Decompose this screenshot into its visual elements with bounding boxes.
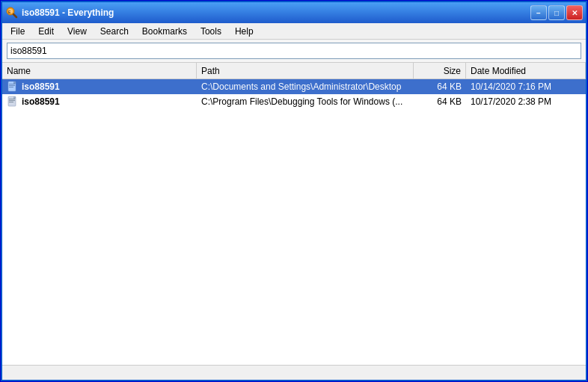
svg-rect-10 <box>9 99 15 99</box>
svg-rect-13 <box>13 96 16 99</box>
app-icon: E <box>5 6 19 19</box>
status-bar <box>2 365 586 380</box>
column-headers: Name Path Size Date Modified <box>2 63 586 79</box>
search-input[interactable] <box>7 43 581 59</box>
menu-edit[interactable]: Edit <box>31 24 61 39</box>
search-bar <box>2 40 586 63</box>
menu-tools[interactable]: Tools <box>194 24 228 39</box>
menu-bar: File Edit View Search Bookmarks Tools He… <box>2 23 586 40</box>
col-header-size[interactable]: Size <box>414 63 466 78</box>
svg-rect-8 <box>13 81 16 84</box>
table-row[interactable]: iso88591C:\Documents and Settings\Admini… <box>2 79 586 94</box>
file-size: 64 KB <box>414 96 466 107</box>
file-name: iso88591 <box>22 96 60 107</box>
results-area: Name Path Size Date Modified iso88591C:\… <box>2 63 586 365</box>
file-date: 10/17/2020 2:38 PM <box>466 96 586 107</box>
file-size: 64 KB <box>414 81 466 92</box>
svg-rect-12 <box>9 102 13 102</box>
file-path: C:\Program Files\Debugging Tools for Win… <box>197 96 414 107</box>
maximize-button[interactable]: □ <box>548 5 565 20</box>
svg-line-2 <box>13 14 16 17</box>
close-button[interactable]: ✕ <box>566 5 583 20</box>
file-list: iso88591C:\Documents and Settings\Admini… <box>2 79 586 365</box>
col-header-path[interactable]: Path <box>197 63 414 78</box>
menu-file[interactable]: File <box>4 24 31 39</box>
menu-bookmarks[interactable]: Bookmarks <box>135 24 194 39</box>
title-bar: E iso88591 - Everything − □ ✕ <box>2 2 586 23</box>
file-icon <box>7 96 19 108</box>
window-title: iso88591 - Everything <box>22 7 530 18</box>
file-path: C:\Documents and Settings\Administrator\… <box>197 81 414 92</box>
menu-help[interactable]: Help <box>228 24 260 39</box>
svg-rect-11 <box>9 100 15 101</box>
svg-rect-6 <box>9 85 15 86</box>
file-date: 10/14/2020 7:16 PM <box>466 81 586 92</box>
col-header-date[interactable]: Date Modified <box>466 63 586 78</box>
svg-rect-5 <box>9 84 15 84</box>
menu-search[interactable]: Search <box>94 24 135 39</box>
minimize-button[interactable]: − <box>530 5 547 20</box>
main-window: E iso88591 - Everything − □ ✕ File Edit … <box>1 1 587 381</box>
file-name: iso88591 <box>22 81 60 92</box>
svg-rect-7 <box>9 87 13 87</box>
col-header-name[interactable]: Name <box>2 63 197 78</box>
file-icon <box>7 81 19 93</box>
table-row[interactable]: iso88591C:\Program Files\Debugging Tools… <box>2 94 586 109</box>
window-controls: − □ ✕ <box>530 5 583 20</box>
menu-view[interactable]: View <box>61 24 94 39</box>
